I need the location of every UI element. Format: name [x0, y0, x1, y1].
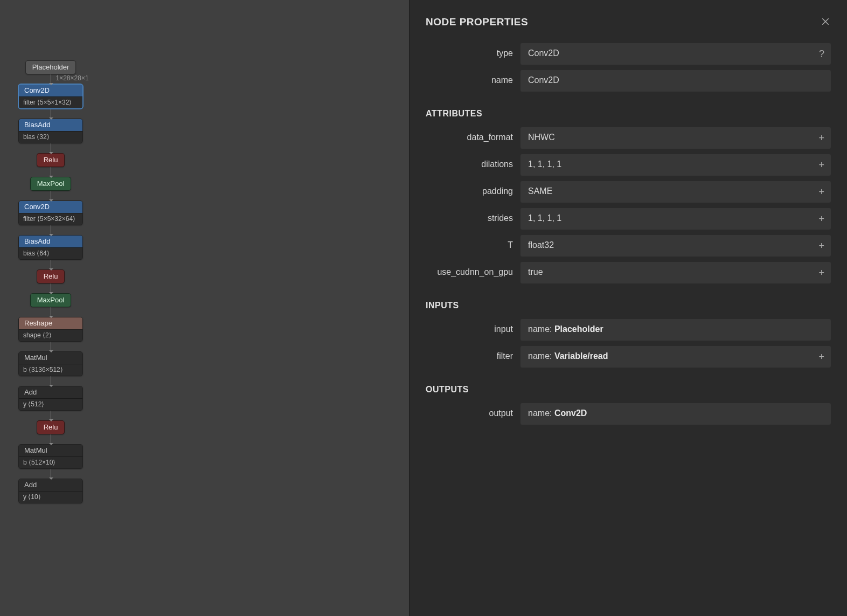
- node-title: Add: [19, 386, 82, 398]
- property-value-text: Conv2D: [528, 75, 559, 85]
- node-conv2d-2[interactable]: Conv2D filter ⟨5×5×32×64⟩: [18, 200, 83, 225]
- node-relu-2[interactable]: Relu: [37, 269, 65, 283]
- attribute-row: paddingSAME+: [426, 181, 831, 203]
- node-subtitle: bias ⟨32⟩: [19, 131, 82, 143]
- node-subtitle: shape ⟨2⟩: [19, 329, 82, 341]
- node-subtitle: b ⟨512×10⟩: [19, 456, 82, 468]
- property-label: filter: [426, 346, 520, 368]
- node-relu-1[interactable]: Relu: [37, 153, 65, 167]
- property-value-text: float32: [528, 240, 554, 250]
- property-label: input: [426, 319, 520, 341]
- graph-edge: [51, 411, 51, 420]
- attribute-row: strides1, 1, 1, 1+: [426, 208, 831, 230]
- node-biasadd-1[interactable]: BiasAdd bias ⟨32⟩: [18, 119, 83, 143]
- property-label: type: [426, 43, 520, 65]
- property-value-bold: Placeholder: [554, 324, 603, 334]
- property-value[interactable]: 1, 1, 1, 1+: [520, 208, 831, 230]
- input-row: inputname: Placeholder: [426, 319, 831, 341]
- graph-edge: [51, 143, 51, 153]
- help-icon[interactable]: ?: [819, 49, 824, 59]
- property-value[interactable]: float32+: [520, 235, 831, 257]
- node-placeholder[interactable]: Placeholder: [25, 60, 77, 74]
- attribute-row: use_cudnn_on_gputrue+: [426, 262, 831, 283]
- node-maxpool-2[interactable]: MaxPool: [30, 293, 72, 307]
- node-add-1[interactable]: Add y ⟨512⟩: [18, 386, 83, 411]
- graph-edge: [51, 167, 51, 177]
- property-value[interactable]: name: Variable/read+: [520, 346, 831, 368]
- property-value[interactable]: 1, 1, 1, 1+: [520, 154, 831, 176]
- property-value[interactable]: true+: [520, 262, 831, 283]
- graph-edge: [51, 434, 51, 444]
- node-maxpool-1[interactable]: MaxPool: [30, 177, 72, 191]
- attribute-row: dilations1, 1, 1, 1+: [426, 154, 831, 176]
- graph-edge: [51, 283, 51, 293]
- property-value[interactable]: name: Placeholder: [520, 319, 831, 341]
- panel-title: Node Properties: [426, 16, 528, 28]
- properties-panel: Node Properties type Conv2D ? name Conv2…: [409, 0, 847, 616]
- output-row: outputname: Conv2D: [426, 403, 831, 425]
- node-title: MatMul: [19, 445, 82, 456]
- property-value-bold: Conv2D: [554, 409, 587, 418]
- graph-edge: [51, 225, 51, 235]
- node-matmul-2[interactable]: MatMul b ⟨512×10⟩: [18, 444, 83, 469]
- graph-canvas[interactable]: Placeholder 1×28×28×1 Conv2D filter ⟨5×5…: [0, 0, 409, 616]
- property-value-prefix: name:: [528, 409, 554, 418]
- section-title-outputs: Outputs: [426, 385, 831, 394]
- node-matmul-1[interactable]: MatMul b ⟨3136×512⟩: [18, 351, 83, 376]
- graph-edge: [51, 260, 51, 269]
- property-value-text: Conv2D: [528, 49, 559, 58]
- property-value-text: true: [528, 267, 543, 276]
- node-title: BiasAdd: [19, 236, 82, 247]
- property-value-text: SAME: [528, 186, 552, 196]
- node-title: Conv2D: [19, 201, 82, 213]
- graph-edge: 1×28×28×1: [51, 74, 51, 84]
- attribute-row: data_formatNHWC+: [426, 127, 831, 149]
- property-value-text: 1, 1, 1, 1: [528, 160, 561, 169]
- property-value[interactable]: SAME+: [520, 181, 831, 203]
- close-button[interactable]: [820, 17, 831, 27]
- section-title-attributes: Attributes: [426, 109, 831, 119]
- property-value[interactable]: NHWC+: [520, 127, 831, 149]
- property-value-prefix: name:: [528, 351, 554, 361]
- property-label: output: [426, 403, 520, 425]
- property-value[interactable]: name: Conv2D: [520, 403, 831, 425]
- expand-icon[interactable]: +: [818, 268, 824, 278]
- edge-shape-label: 1×28×28×1: [56, 74, 89, 82]
- property-label: data_format: [426, 127, 520, 149]
- property-row-type: type Conv2D ?: [426, 43, 831, 65]
- node-title: BiasAdd: [19, 119, 82, 131]
- property-row-name: name Conv2D: [426, 70, 831, 92]
- expand-icon[interactable]: +: [818, 160, 824, 170]
- property-label: name: [426, 70, 520, 92]
- property-value[interactable]: Conv2D ?: [520, 43, 831, 65]
- expand-icon[interactable]: +: [818, 352, 824, 362]
- node-biasadd-2[interactable]: BiasAdd bias ⟨64⟩: [18, 235, 83, 260]
- property-value-text: 1, 1, 1, 1: [528, 213, 561, 223]
- graph-edge: [51, 342, 51, 351]
- graph-edge: [51, 109, 51, 119]
- property-label: T: [426, 235, 520, 257]
- node-subtitle: filter ⟨5×5×32×64⟩: [19, 213, 82, 225]
- expand-icon[interactable]: +: [818, 241, 824, 251]
- property-label: use_cudnn_on_gpu: [426, 262, 520, 283]
- attribute-row: Tfloat32+: [426, 235, 831, 257]
- node-title: Add: [19, 479, 82, 491]
- node-title: MatMul: [19, 352, 82, 364]
- node-subtitle: bias ⟨64⟩: [19, 247, 82, 259]
- property-label: strides: [426, 208, 520, 230]
- node-reshape[interactable]: Reshape shape ⟨2⟩: [18, 317, 83, 342]
- expand-icon[interactable]: +: [818, 133, 824, 143]
- expand-icon[interactable]: +: [818, 187, 824, 197]
- node-subtitle: y ⟨512⟩: [19, 398, 82, 410]
- node-subtitle: filter ⟨5×5×1×32⟩: [19, 96, 82, 108]
- node-conv2d-1[interactable]: Conv2D filter ⟨5×5×1×32⟩: [18, 84, 83, 109]
- graph-edge: [51, 191, 51, 200]
- node-add-2[interactable]: Add y ⟨10⟩: [18, 479, 83, 503]
- property-value[interactable]: Conv2D: [520, 70, 831, 92]
- property-value-prefix: name:: [528, 324, 554, 334]
- node-title: Reshape: [19, 317, 82, 329]
- expand-icon[interactable]: +: [818, 214, 824, 224]
- node-subtitle: y ⟨10⟩: [19, 491, 82, 503]
- node-relu-3[interactable]: Relu: [37, 420, 65, 434]
- input-row: filtername: Variable/read+: [426, 346, 831, 368]
